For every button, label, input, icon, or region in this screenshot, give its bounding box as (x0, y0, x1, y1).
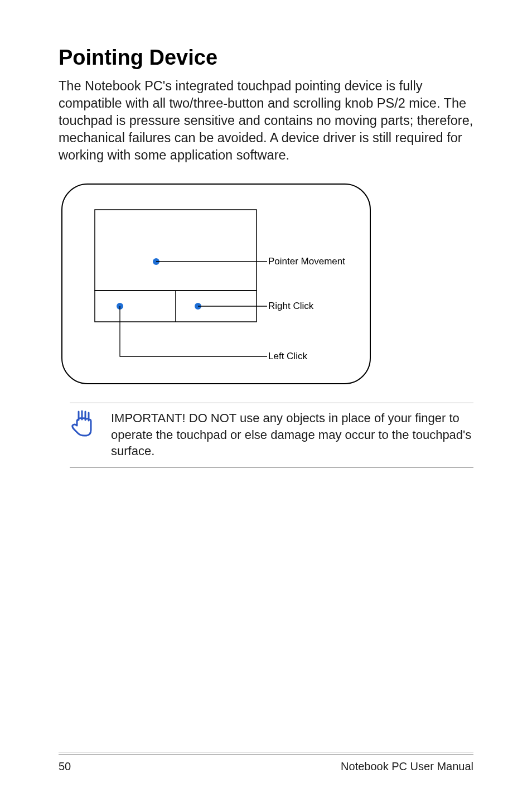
footer-title: Notebook PC User Manual (341, 760, 473, 773)
page-number: 50 (59, 760, 71, 773)
touchpad-surface (95, 210, 257, 291)
outer-frame (62, 184, 370, 384)
page-heading: Pointing Device (59, 46, 473, 70)
footer-rule-bottom (59, 754, 473, 755)
body-paragraph: The Notebook PC's integrated touchpad po… (59, 78, 473, 164)
footer-rule-top (59, 752, 473, 752)
diagram-svg: Pointer Movement Right Click Left Click (59, 181, 374, 387)
page-footer: 50 Notebook PC User Manual (59, 752, 473, 773)
touchpad-diagram: Pointer Movement Right Click Left Click (59, 181, 473, 387)
important-callout: IMPORTANT! DO NOT use any objects in pla… (70, 403, 473, 468)
right-click-label: Right Click (268, 301, 314, 311)
callout-text: IMPORTANT! DO NOT use any objects in pla… (111, 410, 473, 460)
left-click-leader (120, 306, 267, 356)
left-click-label: Left Click (268, 351, 307, 361)
hand-icon (70, 409, 96, 440)
pointer-label: Pointer Movement (268, 256, 345, 267)
